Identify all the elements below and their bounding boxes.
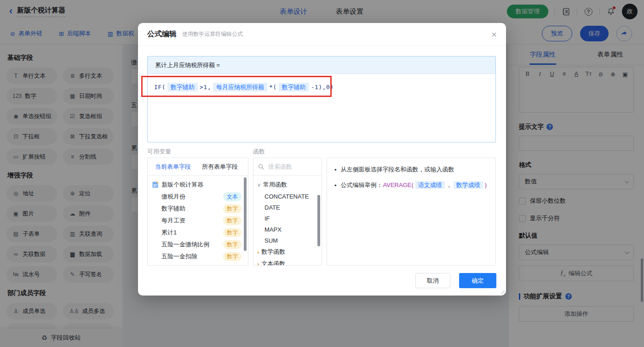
function-group-label: 数学函数 bbox=[261, 248, 285, 256]
close-icon[interactable]: × bbox=[491, 30, 497, 39]
variables-scrollbar[interactable] bbox=[244, 177, 247, 251]
variables-label: 可用变量 bbox=[147, 148, 171, 156]
help-tip: 从左侧面板选择字段名和函数，或输入函数 bbox=[341, 165, 454, 174]
bullet: • bbox=[334, 166, 337, 173]
function-search-input[interactable]: 搜索函数 bbox=[253, 158, 322, 176]
function-item[interactable]: SUM bbox=[253, 235, 322, 246]
example-text: ) bbox=[485, 182, 487, 188]
variable-name: 五险一金缴纳比例 bbox=[161, 240, 209, 249]
function-item[interactable]: CONCATENATE bbox=[253, 191, 322, 202]
formula-code: IF( bbox=[154, 84, 166, 91]
variables-tree: 新版个税计算器 缴税月份文本数字辅助数字每月工资数字累计1数字五险一金缴纳比例数… bbox=[148, 176, 248, 266]
form-tree-node[interactable]: 新版个税计算器 bbox=[148, 179, 248, 191]
variable-name: 五险一金扣除 bbox=[161, 252, 197, 261]
example-field-token: 数学成绩 bbox=[454, 181, 483, 189]
formula-editor-modal: 公式编辑 使用数学运算符编辑公式 × 累计上月应纳税所得额 = IF(数字辅助>… bbox=[138, 23, 506, 296]
function-group[interactable]: ›文本函数 bbox=[253, 258, 322, 266]
formula-code: *( bbox=[269, 84, 277, 91]
variables-tab[interactable]: 当前表单字段 bbox=[155, 163, 191, 171]
field-type-badge: 数字 bbox=[223, 204, 242, 213]
resize-grip-icon[interactable] bbox=[500, 289, 505, 294]
function-group-label: 文本函数 bbox=[261, 260, 285, 266]
function-item[interactable]: DATE bbox=[253, 202, 322, 213]
function-item[interactable]: MAPX bbox=[253, 224, 322, 235]
function-group[interactable]: ›数学函数 bbox=[253, 246, 322, 258]
chevron-right-icon: › bbox=[257, 261, 259, 266]
variable-name: 数字辅助 bbox=[161, 205, 185, 213]
variables-panel: 当前表单字段所有表单字段 新版个税计算器 缴税月份文本数字辅助数字每月工资数字累… bbox=[147, 158, 248, 266]
variable-row[interactable]: 每月工资数字 bbox=[148, 215, 248, 227]
example-text: ， bbox=[446, 182, 452, 188]
chevron-down-icon: ∨ bbox=[257, 182, 261, 188]
variable-row[interactable]: 五险一金缴纳比例数字 bbox=[148, 239, 248, 250]
functions-label: 函数 bbox=[253, 148, 265, 156]
example-text: 公式编辑举例： bbox=[341, 182, 383, 188]
cancel-button[interactable]: 取消 bbox=[415, 273, 450, 288]
variable-row[interactable]: 累计1数字 bbox=[148, 227, 248, 239]
functions-tree: ∨常用函数CONCATENATEDATEIFMAPXSUM›数学函数›文本函数 bbox=[253, 176, 322, 266]
function-item[interactable]: IF bbox=[253, 213, 322, 224]
form-tree-label: 新版个税计算器 bbox=[161, 181, 203, 189]
field-type-badge: 数字 bbox=[223, 228, 242, 237]
field-type-badge: 数字 bbox=[223, 216, 242, 225]
example-field-token: 语文成绩 bbox=[415, 181, 445, 189]
bullet: • bbox=[334, 182, 337, 189]
search-icon bbox=[258, 164, 264, 170]
confirm-button[interactable]: 确定 bbox=[459, 273, 496, 288]
formula-field-token[interactable]: 数字辅助 bbox=[167, 83, 198, 91]
formula-code: -1),0) bbox=[311, 84, 334, 91]
field-type-badge: 文本 bbox=[223, 192, 242, 201]
form-doc-icon bbox=[152, 182, 158, 188]
formula-field-token[interactable]: 数字辅助 bbox=[279, 83, 309, 91]
formula-field-token[interactable]: 每月应纳税所得额 bbox=[213, 83, 267, 91]
function-group-label: 常用函数 bbox=[263, 181, 287, 189]
function-group[interactable]: ∨常用函数 bbox=[253, 179, 322, 191]
formula-code: >1, bbox=[200, 84, 211, 91]
variable-row[interactable]: 缴税月份文本 bbox=[148, 191, 248, 203]
chevron-right-icon: › bbox=[257, 249, 259, 256]
formula-expression[interactable]: IF(数字辅助>1,每月应纳税所得额*(数字辅助-1),0) bbox=[154, 84, 334, 91]
functions-panel: 搜索函数 ∨常用函数CONCATENATEDATEIFMAPXSUM›数学函数›… bbox=[253, 158, 322, 266]
field-type-badge: 数字 bbox=[223, 252, 242, 261]
variables-tab[interactable]: 所有表单字段 bbox=[202, 163, 238, 171]
formula-target-field: 累计上月应纳税所得额 = bbox=[148, 57, 495, 74]
search-placeholder: 搜索函数 bbox=[268, 163, 292, 171]
modal-subtitle: 使用数学运算符编辑公式 bbox=[182, 30, 243, 38]
formula-help-panel: • 从左侧面板选择字段名和函数，或输入函数 • 公式编辑举例：AVERAGE(语… bbox=[327, 158, 496, 266]
formula-input-area[interactable]: 累计上月应纳税所得额 = IF(数字辅助>1,每月应纳税所得额*(数字辅助-1)… bbox=[147, 56, 496, 142]
field-type-badge: 数字 bbox=[223, 240, 242, 249]
help-example: 公式编辑举例：AVERAGE(语文成绩，数学成绩) bbox=[341, 181, 488, 189]
modal-title: 公式编辑 bbox=[147, 29, 177, 39]
variable-name: 累计1 bbox=[161, 228, 177, 237]
variable-row[interactable]: 五险一金扣除数字 bbox=[148, 250, 248, 262]
variable-row[interactable]: 数字辅助数字 bbox=[148, 203, 248, 215]
example-text: AVERAGE( bbox=[383, 182, 414, 188]
variable-name: 每月工资 bbox=[161, 216, 185, 225]
variable-name: 缴税月份 bbox=[161, 193, 185, 201]
functions-scrollbar[interactable] bbox=[317, 195, 320, 246]
